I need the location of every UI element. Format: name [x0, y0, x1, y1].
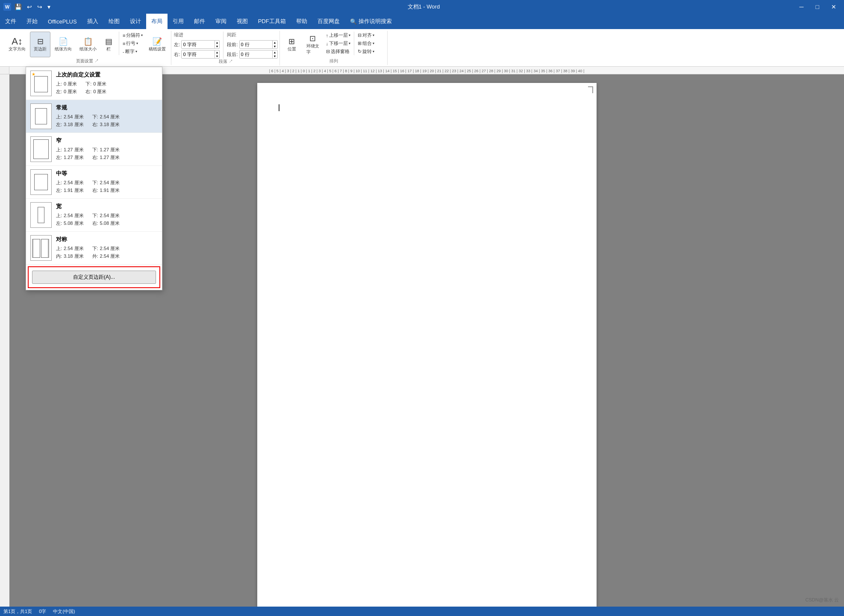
- indent-left-input[interactable]: [182, 41, 214, 48]
- window-controls: ─ □ ✕: [795, 2, 841, 12]
- minimize-btn[interactable]: ─: [795, 2, 808, 12]
- menu-review[interactable]: 审阅: [210, 14, 232, 29]
- margin-info-last-custom: 上次的自定义设置 上:0 厘米 下:0 厘米 左:0 厘米 右:0 厘米: [56, 71, 158, 95]
- draft-setup-btn[interactable]: 📝 稿纸设置: [145, 32, 169, 57]
- columns-btn[interactable]: ▤ 栏: [101, 32, 116, 57]
- custom-margin-btn[interactable]: 自定义页边距(A)...: [32, 271, 156, 284]
- spacing-label: 间距: [227, 32, 277, 38]
- margin-item-wide[interactable]: 宽 上:2.54 厘米 下:2.54 厘米 左:5.08 厘米 右:5.08 厘…: [26, 199, 162, 232]
- send-backward-btn[interactable]: ↓ 下移一层 ▾: [324, 40, 353, 47]
- wrap-text-btn[interactable]: ⊡ 环绕文字: [303, 32, 323, 57]
- indent-label: 缩进: [174, 32, 220, 38]
- line-numbers-btn[interactable]: ≡ 行号 ▾: [121, 40, 144, 47]
- rotate-btn[interactable]: ↻ 旋转 ▾: [356, 48, 376, 55]
- indent-left-up[interactable]: ▲: [215, 41, 220, 44]
- margin-item-normal[interactable]: 常规 上:2.54 厘米 下:2.54 厘米 左:3.18 厘米 右:3.18 …: [26, 100, 162, 133]
- menu-mailings[interactable]: 邮件: [189, 14, 210, 29]
- margin-name-mirrored: 对称: [56, 236, 158, 243]
- mirror-right-page: [41, 239, 49, 258]
- selection-pane-icon: ⊟: [326, 49, 330, 54]
- menu-insert[interactable]: 插入: [82, 14, 103, 29]
- breaks-btn[interactable]: ≡ 分隔符 ▾: [121, 32, 144, 39]
- margin-item-moderate[interactable]: 中等 上:2.54 厘米 下:2.54 厘米 左:1.91 厘米 右:1.91 …: [26, 166, 162, 199]
- indent-right-up[interactable]: ▲: [215, 50, 220, 54]
- menu-officeplus[interactable]: OfficePLUS: [43, 14, 82, 29]
- menu-baidu[interactable]: 百度网盘: [312, 14, 345, 29]
- paper-size-btn[interactable]: 📋 纸张大小: [76, 32, 100, 57]
- hyphenation-arrow: ▾: [135, 50, 137, 53]
- margins-btn[interactable]: ⊟ 页边距: [30, 32, 50, 57]
- margin-inner-moderate: [34, 174, 48, 190]
- svg-rect-3: [0, 74, 9, 616]
- menu-search[interactable]: 🔍 操作说明搜索: [345, 14, 397, 29]
- spacing-after-down[interactable]: ▼: [273, 54, 277, 58]
- bring-forward-icon: ↑: [326, 33, 329, 38]
- menu-layout[interactable]: 布局: [146, 14, 168, 29]
- margin-info-normal: 常规 上:2.54 厘米 下:2.54 厘米 左:3.18 厘米 右:3.18 …: [56, 104, 158, 128]
- spacing-after-spinner[interactable]: ▲ ▼: [239, 50, 278, 59]
- spacing-before-input[interactable]: [240, 41, 272, 48]
- menu-help[interactable]: 帮助: [291, 14, 312, 29]
- align-btn[interactable]: ⊟ 对齐 ▾: [356, 32, 376, 39]
- spacing-before-down[interactable]: ▼: [273, 44, 277, 48]
- page[interactable]: [257, 83, 597, 607]
- menu-view[interactable]: 视图: [232, 14, 253, 29]
- selection-pane-btn[interactable]: ⊟ 选择窗格: [324, 48, 353, 55]
- indent-left-down[interactable]: ▼: [215, 44, 220, 48]
- position-btn[interactable]: ⊞ 位置: [282, 32, 301, 57]
- align-icon: ⊟: [358, 32, 362, 38]
- maximize-btn[interactable]: □: [812, 2, 823, 12]
- save-btn[interactable]: 💾: [13, 3, 24, 11]
- undo-btn[interactable]: ↩: [25, 3, 34, 11]
- margin-preview-moderate: [30, 169, 52, 195]
- word-icon: W: [3, 3, 11, 11]
- line-numbers-icon: ≡: [123, 41, 125, 46]
- margin-name-moderate: 中等: [56, 170, 158, 177]
- margin-info-mirrored: 对称 上:2.54 厘米 下:2.54 厘米 内:3.18 厘米 外:2.54 …: [56, 236, 158, 260]
- mirror-left-page: [32, 239, 40, 258]
- margin-details-mirrored: 上:2.54 厘米 下:2.54 厘米 内:3.18 厘米 外:2.54 厘米: [56, 245, 158, 260]
- menu-design[interactable]: 设计: [125, 14, 146, 29]
- close-btn[interactable]: ✕: [827, 2, 841, 12]
- spacing-after-input[interactable]: [240, 50, 272, 58]
- page-corner-mark: [588, 86, 593, 93]
- position-icon: ⊞: [288, 37, 295, 46]
- text-direction-btn[interactable]: A↕ 文字方向: [5, 32, 29, 57]
- menu-draw[interactable]: 绘图: [103, 14, 125, 29]
- margin-preview-wide: [30, 202, 52, 228]
- text-direction-icon: A↕: [12, 37, 23, 46]
- margin-item-narrow[interactable]: 窄 上:1.27 厘米 下:1.27 厘米 左:1.27 厘米 右:1.27 厘…: [26, 133, 162, 166]
- redo-btn[interactable]: ↪: [35, 3, 44, 11]
- menu-file[interactable]: 文件: [0, 14, 21, 29]
- hyphenation-icon: -: [123, 49, 124, 54]
- orientation-btn[interactable]: 📄 纸张方向: [51, 32, 75, 57]
- indent-left-label: 左:: [174, 41, 180, 48]
- margin-item-last-custom[interactable]: ★ 上次的自定义设置 上:0 厘米 下:0 厘米 左:0 厘米 右:0 厘米: [26, 67, 162, 100]
- indent-right-down[interactable]: ▼: [215, 54, 220, 58]
- search-icon: 🔍: [350, 18, 357, 25]
- bring-forward-btn[interactable]: ↑ 上移一层 ▾: [324, 32, 353, 39]
- menu-references[interactable]: 引用: [168, 14, 189, 29]
- indent-right-spinner[interactable]: ▲ ▼: [181, 50, 220, 59]
- menu-pdf[interactable]: PDF工具箱: [253, 14, 291, 29]
- spacing-after-up[interactable]: ▲: [273, 50, 277, 54]
- menu-home[interactable]: 开始: [21, 14, 43, 29]
- margin-item-mirrored[interactable]: 对称 上:2.54 厘米 下:2.54 厘米 内:3.18 厘米 外:2.54 …: [26, 232, 162, 265]
- group-btn[interactable]: ⊞ 组合 ▾: [356, 40, 376, 47]
- spacing-before-spinner[interactable]: ▲ ▼: [239, 40, 278, 49]
- title-bar: W 💾 ↩ ↪ ▾ 文档1 - Word ─ □ ✕: [0, 0, 844, 14]
- spacing-before-label: 段前:: [227, 41, 238, 48]
- indent-left-spinner[interactable]: ▲ ▼: [181, 40, 220, 49]
- margin-details-narrow: 上:1.27 厘米 下:1.27 厘米 左:1.27 厘米 右:1.27 厘米: [56, 146, 158, 161]
- indent-right-input[interactable]: [182, 50, 214, 58]
- ribbon: A↕ 文字方向 ⊟ 页边距 📄 纸张方向 📋 纸张大小 ▤ 栏: [0, 29, 844, 67]
- draft-setup-icon: 📝: [153, 37, 162, 46]
- page-setup-expand[interactable]: ↗: [94, 59, 99, 63]
- customize-btn[interactable]: ▾: [46, 3, 52, 11]
- hyphenation-btn[interactable]: - 断字 ▾: [121, 48, 144, 55]
- margin-preview-last-custom: ★: [30, 71, 52, 96]
- paragraph-expand[interactable]: ↗: [229, 59, 233, 64]
- menu-bar: 文件 开始 OfficePLUS 插入 绘图 设计 布局 引用 邮件 审阅 视图…: [0, 14, 844, 29]
- spacing-before-up[interactable]: ▲: [273, 41, 277, 44]
- margin-inner-normal: [35, 108, 47, 124]
